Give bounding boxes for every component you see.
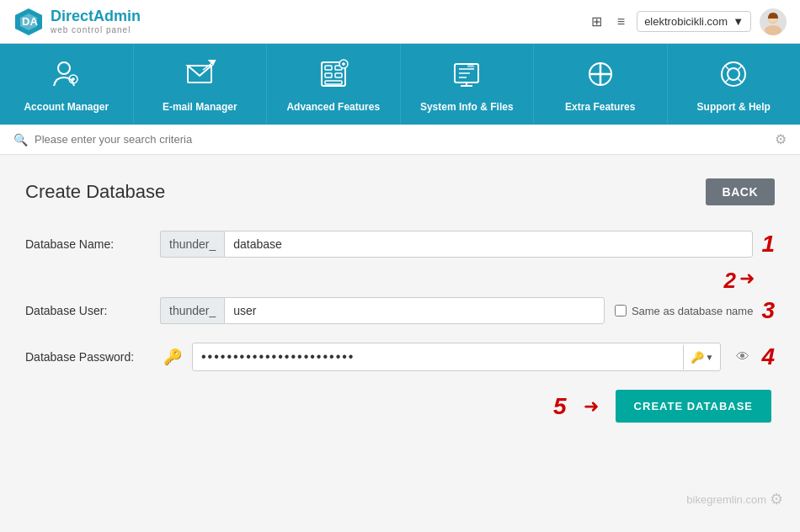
step-2-annotation: 2 — [724, 268, 736, 294]
svg-line-36 — [725, 79, 729, 83]
svg-point-33 — [728, 68, 739, 80]
nav-label-extra-features: Extra Features — [565, 101, 635, 113]
watermark: bikegremlin.com ⚙ — [686, 490, 783, 508]
nav-item-extra-features[interactable]: Extra Features — [534, 44, 668, 125]
nav-item-email-manager[interactable]: E-mail Manager — [134, 44, 268, 125]
db-name-input[interactable] — [224, 231, 753, 258]
support-help-icon — [717, 57, 750, 96]
main-content: Create Database BACK Database Name: thun… — [0, 155, 800, 517]
db-pass-label: Database Password: — [25, 350, 160, 364]
settings-icon[interactable]: ⚙ — [775, 131, 787, 147]
bottom-row: 5 ➜ CREATE DATABASE — [25, 390, 775, 423]
nav-label-advanced-features: Advanced Features — [286, 101, 380, 113]
chevron-down-icon: ▼ — [733, 15, 744, 28]
domain-selector[interactable]: elektrobicikli.com ▼ — [637, 11, 751, 32]
nav-bar: Account Manager E-mail Manager — [0, 44, 800, 125]
header-right: ⊞ ≡ elektrobicikli.com ▼ — [588, 8, 787, 35]
db-name-group: Database Name: thunder_ 1 — [25, 231, 775, 258]
db-user-prefix: thunder_ — [160, 297, 224, 324]
svg-point-6 — [58, 62, 70, 74]
domain-label: elektrobicikli.com — [644, 15, 728, 28]
svg-point-4 — [765, 25, 781, 35]
nav-label-support-help: Support & Help — [697, 101, 771, 113]
header: DA DirectAdmin web control panel ⊞ ≡ ele… — [0, 0, 800, 44]
search-input[interactable] — [35, 133, 768, 146]
avatar[interactable] — [760, 8, 787, 35]
step-2-arrow: ➜ — [739, 268, 755, 294]
db-user-input[interactable] — [224, 297, 605, 324]
db-name-controls: thunder_ — [160, 231, 753, 258]
step-5-arrow: ➜ — [584, 396, 599, 418]
svg-text:DA: DA — [22, 15, 38, 28]
logo-icon: DA — [13, 7, 44, 37]
db-name-label: Database Name: — [25, 237, 160, 251]
db-user-controls: thunder_ — [160, 297, 605, 324]
svg-rect-15 — [325, 66, 332, 70]
system-info-icon — [450, 57, 483, 96]
password-input-group: 🔑 ▼ — [192, 343, 721, 371]
page-title: Create Database — [25, 181, 165, 203]
step-1-annotation: 1 — [761, 231, 775, 258]
same-as-label: Same as database name — [632, 305, 754, 317]
logo-text: DirectAdmin web control panel — [51, 8, 141, 35]
nav-label-email-manager: E-mail Manager — [163, 101, 237, 113]
svg-rect-18 — [335, 73, 342, 77]
step-5-annotation: 5 — [553, 393, 567, 420]
advanced-features-icon — [317, 57, 350, 96]
brand-subtitle: web control panel — [51, 25, 141, 35]
step-4-annotation: 4 — [761, 343, 775, 370]
create-database-button[interactable]: CREATE DATABASE — [616, 390, 771, 423]
watermark-text: bikegremlin.com — [686, 493, 766, 506]
search-bar: 🔍 ⚙ — [0, 125, 800, 155]
nav-item-system-info[interactable]: System Info & Files — [401, 44, 535, 125]
nav-label-system-info: System Info & Files — [420, 101, 514, 113]
password-wrapper: 🔑 🔑 ▼ 👁 — [160, 343, 753, 371]
grid-view-button[interactable]: ⊞ — [588, 10, 605, 33]
list-view-button[interactable]: ≡ — [614, 11, 628, 33]
extra-features-icon — [584, 57, 617, 96]
db-password-input[interactable] — [193, 343, 683, 370]
logo-area: DA DirectAdmin web control panel — [13, 7, 141, 37]
search-icon: 🔍 — [13, 133, 28, 146]
nav-label-account-manager: Account Manager — [24, 101, 109, 113]
email-manager-icon — [183, 57, 216, 96]
same-as-group: Same as database name — [615, 305, 754, 317]
page-header: Create Database BACK — [25, 178, 775, 205]
svg-rect-19 — [325, 81, 342, 84]
db-user-group: Database User: thunder_ Same as database… — [25, 297, 775, 324]
db-name-prefix: thunder_ — [160, 231, 224, 258]
show-password-button[interactable]: 👁 — [733, 346, 753, 368]
nav-item-advanced-features[interactable]: Advanced Features — [267, 44, 401, 125]
svg-marker-10 — [188, 66, 211, 76]
watermark-gear-icon: ⚙ — [770, 490, 783, 508]
account-manager-icon — [50, 57, 83, 96]
nav-item-account-manager[interactable]: Account Manager — [0, 44, 134, 125]
back-button[interactable]: BACK — [706, 178, 775, 205]
password-strength-button[interactable]: 🔑 ▼ — [683, 345, 721, 370]
generate-password-button[interactable]: 🔑 — [160, 344, 185, 370]
same-as-checkbox[interactable] — [615, 305, 627, 317]
db-user-label: Database User: — [25, 304, 160, 317]
svg-rect-17 — [325, 73, 332, 77]
svg-line-35 — [739, 66, 743, 70]
svg-line-34 — [725, 66, 729, 70]
brand-name: DirectAdmin — [51, 8, 141, 25]
db-password-group: Database Password: 🔑 🔑 ▼ 👁 4 — [25, 343, 775, 371]
step-3-annotation: 3 — [761, 297, 775, 324]
nav-item-support-help[interactable]: Support & Help — [668, 44, 801, 125]
svg-line-37 — [739, 79, 743, 83]
